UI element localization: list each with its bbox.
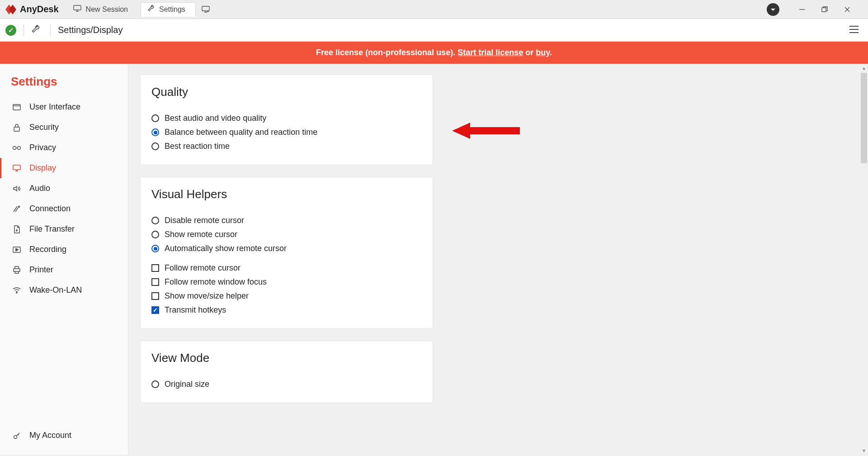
sidebar-item-label: My Account [29, 431, 71, 440]
sidebar-item-label: File Transfer [29, 224, 75, 234]
svg-rect-3 [13, 104, 20, 110]
svg-point-5 [13, 146, 16, 149]
file-icon [12, 225, 21, 233]
sidebar-item-security[interactable]: Security [0, 117, 128, 138]
divider [24, 24, 24, 36]
cursor-option-disable[interactable]: Disable remote cursor [151, 214, 422, 227]
viewmode-option-original[interactable]: Original size [151, 378, 422, 391]
key-icon [12, 432, 21, 440]
quality-option-best-reaction[interactable]: Best reaction time [151, 140, 422, 153]
lock-icon [12, 124, 21, 132]
radio-icon [151, 128, 159, 136]
content-scroll-area: Quality Best audio and video quality Bal… [128, 64, 868, 455]
view-mode-card: View Mode Original size [140, 341, 433, 403]
wrench-icon [31, 25, 40, 36]
quality-option-best-quality[interactable]: Best audio and video quality [151, 112, 422, 125]
svg-point-8 [19, 206, 20, 207]
sidebar-item-privacy[interactable]: Privacy [0, 138, 128, 158]
monitor-icon [73, 5, 81, 14]
sidebar-item-connection[interactable]: Connection [0, 199, 128, 219]
option-label: Best reaction time [165, 142, 230, 151]
checkbox-transmit-hotkeys[interactable]: Transmit hotkeys [151, 304, 422, 317]
sidebar-item-label: Security [29, 123, 59, 132]
sidebar-item-display[interactable]: Display [0, 158, 128, 178]
sidebar-item-label: Audio [29, 184, 50, 193]
title-bar: AnyDesk New Session Settings [0, 0, 868, 19]
annotation-arrow-icon [452, 122, 520, 142]
cursor-option-auto[interactable]: Automatically show remote cursor [151, 242, 422, 255]
sidebar-item-file-transfer[interactable]: File Transfer [0, 219, 128, 239]
checkbox-icon [151, 292, 159, 300]
notification-badge[interactable] [767, 3, 779, 16]
tab-new-session[interactable]: New Session [67, 2, 138, 17]
minimize-button[interactable] [797, 6, 807, 13]
audio-icon [12, 185, 21, 192]
tab-label: Settings [159, 5, 185, 14]
status-ok-icon: ✓ [5, 25, 16, 36]
svg-point-6 [18, 146, 21, 149]
checkbox-icon [151, 278, 159, 286]
sidebar-item-audio[interactable]: Audio [0, 178, 128, 199]
option-label: Transmit hotkeys [165, 305, 226, 315]
checkbox-icon [151, 306, 159, 314]
radio-icon [151, 245, 159, 252]
settings-sidebar: Settings User Interface Security Privacy… [0, 64, 128, 455]
sidebar-item-recording[interactable]: Recording [0, 239, 128, 260]
scroll-up-icon[interactable]: ▴ [863, 64, 865, 72]
checkbox-follow-cursor[interactable]: Follow remote cursor [151, 261, 422, 275]
section-title: Visual Helpers [151, 187, 422, 201]
divider [50, 24, 51, 36]
section-title: Quality [151, 85, 422, 99]
checkbox-follow-focus[interactable]: Follow remote window focus [151, 276, 422, 289]
radio-icon [151, 142, 159, 150]
start-trial-link[interactable]: Start trial license [458, 48, 523, 57]
glasses-icon [12, 146, 21, 150]
toolbar: ✓ Settings/Display [0, 19, 868, 42]
sidebar-item-label: Privacy [29, 143, 56, 152]
option-label: Show move/size helper [165, 291, 249, 301]
sidebar-item-label: Connection [29, 204, 71, 214]
scrollbar[interactable]: ▴ ▾ [860, 64, 868, 455]
sidebar-item-printer[interactable]: Printer [0, 260, 128, 280]
sidebar-item-user-interface[interactable]: User Interface [0, 97, 128, 117]
option-label: Show remote cursor [165, 230, 237, 239]
quality-option-balance[interactable]: Balance between quality and reaction tim… [151, 126, 422, 139]
sidebar-item-label: Printer [29, 265, 53, 275]
checkbox-move-size-helper[interactable]: Show move/size helper [151, 290, 422, 303]
banner-text: . [550, 48, 552, 57]
sidebar-item-wake-on-lan[interactable]: Wake-On-LAN [0, 280, 128, 300]
cursor-option-show[interactable]: Show remote cursor [151, 228, 422, 241]
sidebar-item-label: Display [29, 163, 56, 173]
hamburger-menu-button[interactable] [849, 25, 859, 35]
add-tab-button[interactable] [198, 6, 213, 13]
display-icon [12, 165, 21, 171]
option-label: Follow remote cursor [165, 263, 241, 273]
wrench-icon [147, 5, 155, 14]
window-controls [797, 6, 852, 13]
banner-text: or [523, 48, 536, 57]
sidebar-item-my-account[interactable]: My Account [0, 425, 128, 446]
option-label: Disable remote cursor [165, 216, 244, 225]
tab-settings[interactable]: Settings [141, 2, 196, 17]
svg-point-11 [14, 435, 17, 438]
banner-text: Free license (non-professional use). [316, 48, 458, 57]
printer-icon [12, 266, 21, 274]
option-label: Balance between quality and reaction tim… [165, 128, 317, 137]
license-banner: Free license (non-professional use). Sta… [0, 42, 868, 64]
checkbox-icon [151, 264, 159, 272]
close-button[interactable] [843, 6, 852, 13]
svg-rect-0 [74, 5, 81, 10]
tab-label: New Session [86, 5, 128, 14]
scrollbar-thumb[interactable] [861, 73, 867, 163]
app-logo-wrap: AnyDesk [5, 4, 59, 14]
buy-link[interactable]: buy [536, 48, 550, 57]
wifi-icon [12, 287, 21, 294]
ui-icon [12, 104, 21, 110]
recording-icon [12, 247, 21, 253]
maximize-button[interactable] [820, 6, 829, 13]
option-label: Follow remote window focus [165, 277, 267, 287]
connection-icon [12, 205, 21, 213]
option-label: Original size [165, 380, 209, 389]
scroll-down-icon[interactable]: ▾ [863, 446, 865, 455]
anydesk-logo-icon [5, 5, 17, 14]
